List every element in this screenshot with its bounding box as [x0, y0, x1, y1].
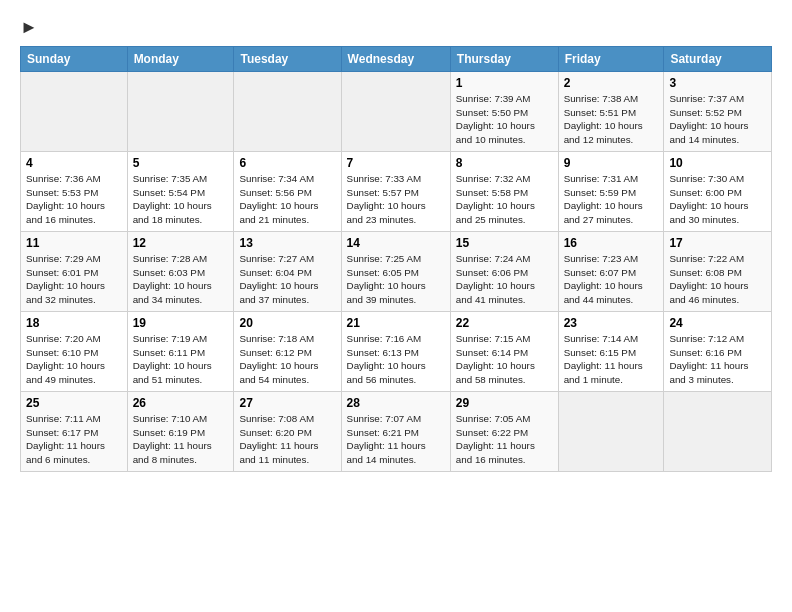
day-info: Sunrise: 7:31 AM Sunset: 5:59 PM Dayligh…: [564, 172, 659, 227]
day-cell-8: 8Sunrise: 7:32 AM Sunset: 5:58 PM Daylig…: [450, 151, 558, 231]
day-cell-6: 6Sunrise: 7:34 AM Sunset: 5:56 PM Daylig…: [234, 151, 341, 231]
day-number: 13: [239, 236, 335, 250]
day-cell-22: 22Sunrise: 7:15 AM Sunset: 6:14 PM Dayli…: [450, 311, 558, 391]
header: ►: [20, 18, 772, 38]
day-cell-20: 20Sunrise: 7:18 AM Sunset: 6:12 PM Dayli…: [234, 311, 341, 391]
day-cell-21: 21Sunrise: 7:16 AM Sunset: 6:13 PM Dayli…: [341, 311, 450, 391]
col-header-tuesday: Tuesday: [234, 46, 341, 71]
day-info: Sunrise: 7:27 AM Sunset: 6:04 PM Dayligh…: [239, 252, 335, 307]
day-info: Sunrise: 7:32 AM Sunset: 5:58 PM Dayligh…: [456, 172, 553, 227]
day-number: 4: [26, 156, 122, 170]
day-info: Sunrise: 7:36 AM Sunset: 5:53 PM Dayligh…: [26, 172, 122, 227]
day-number: 19: [133, 316, 229, 330]
day-number: 24: [669, 316, 766, 330]
col-header-saturday: Saturday: [664, 46, 772, 71]
day-cell-28: 28Sunrise: 7:07 AM Sunset: 6:21 PM Dayli…: [341, 391, 450, 471]
day-info: Sunrise: 7:07 AM Sunset: 6:21 PM Dayligh…: [347, 412, 445, 467]
day-info: Sunrise: 7:25 AM Sunset: 6:05 PM Dayligh…: [347, 252, 445, 307]
col-header-friday: Friday: [558, 46, 664, 71]
col-header-thursday: Thursday: [450, 46, 558, 71]
day-number: 6: [239, 156, 335, 170]
day-number: 9: [564, 156, 659, 170]
day-cell-11: 11Sunrise: 7:29 AM Sunset: 6:01 PM Dayli…: [21, 231, 128, 311]
day-info: Sunrise: 7:39 AM Sunset: 5:50 PM Dayligh…: [456, 92, 553, 147]
day-info: Sunrise: 7:05 AM Sunset: 6:22 PM Dayligh…: [456, 412, 553, 467]
day-info: Sunrise: 7:34 AM Sunset: 5:56 PM Dayligh…: [239, 172, 335, 227]
day-info: Sunrise: 7:29 AM Sunset: 6:01 PM Dayligh…: [26, 252, 122, 307]
day-number: 25: [26, 396, 122, 410]
day-number: 18: [26, 316, 122, 330]
day-number: 16: [564, 236, 659, 250]
day-number: 7: [347, 156, 445, 170]
day-number: 22: [456, 316, 553, 330]
day-cell-1: 1Sunrise: 7:39 AM Sunset: 5:50 PM Daylig…: [450, 71, 558, 151]
day-info: Sunrise: 7:33 AM Sunset: 5:57 PM Dayligh…: [347, 172, 445, 227]
day-number: 3: [669, 76, 766, 90]
day-number: 17: [669, 236, 766, 250]
day-number: 8: [456, 156, 553, 170]
day-info: Sunrise: 7:23 AM Sunset: 6:07 PM Dayligh…: [564, 252, 659, 307]
calendar-table: SundayMondayTuesdayWednesdayThursdayFrid…: [20, 46, 772, 472]
day-cell-9: 9Sunrise: 7:31 AM Sunset: 5:59 PM Daylig…: [558, 151, 664, 231]
day-cell-18: 18Sunrise: 7:20 AM Sunset: 6:10 PM Dayli…: [21, 311, 128, 391]
day-cell-14: 14Sunrise: 7:25 AM Sunset: 6:05 PM Dayli…: [341, 231, 450, 311]
day-cell-2: 2Sunrise: 7:38 AM Sunset: 5:51 PM Daylig…: [558, 71, 664, 151]
day-cell-24: 24Sunrise: 7:12 AM Sunset: 6:16 PM Dayli…: [664, 311, 772, 391]
day-cell-7: 7Sunrise: 7:33 AM Sunset: 5:57 PM Daylig…: [341, 151, 450, 231]
empty-cell: [127, 71, 234, 151]
day-info: Sunrise: 7:18 AM Sunset: 6:12 PM Dayligh…: [239, 332, 335, 387]
day-cell-29: 29Sunrise: 7:05 AM Sunset: 6:22 PM Dayli…: [450, 391, 558, 471]
day-number: 15: [456, 236, 553, 250]
day-info: Sunrise: 7:24 AM Sunset: 6:06 PM Dayligh…: [456, 252, 553, 307]
day-cell-25: 25Sunrise: 7:11 AM Sunset: 6:17 PM Dayli…: [21, 391, 128, 471]
day-info: Sunrise: 7:08 AM Sunset: 6:20 PM Dayligh…: [239, 412, 335, 467]
col-header-sunday: Sunday: [21, 46, 128, 71]
day-number: 2: [564, 76, 659, 90]
col-header-monday: Monday: [127, 46, 234, 71]
day-number: 10: [669, 156, 766, 170]
day-number: 28: [347, 396, 445, 410]
day-cell-5: 5Sunrise: 7:35 AM Sunset: 5:54 PM Daylig…: [127, 151, 234, 231]
day-info: Sunrise: 7:30 AM Sunset: 6:00 PM Dayligh…: [669, 172, 766, 227]
day-number: 1: [456, 76, 553, 90]
week-row-4: 18Sunrise: 7:20 AM Sunset: 6:10 PM Dayli…: [21, 311, 772, 391]
logo-icon: ►: [20, 18, 38, 38]
day-number: 11: [26, 236, 122, 250]
day-info: Sunrise: 7:19 AM Sunset: 6:11 PM Dayligh…: [133, 332, 229, 387]
week-row-5: 25Sunrise: 7:11 AM Sunset: 6:17 PM Dayli…: [21, 391, 772, 471]
empty-cell: [21, 71, 128, 151]
day-cell-23: 23Sunrise: 7:14 AM Sunset: 6:15 PM Dayli…: [558, 311, 664, 391]
day-info: Sunrise: 7:14 AM Sunset: 6:15 PM Dayligh…: [564, 332, 659, 387]
week-row-2: 4Sunrise: 7:36 AM Sunset: 5:53 PM Daylig…: [21, 151, 772, 231]
week-row-1: 1Sunrise: 7:39 AM Sunset: 5:50 PM Daylig…: [21, 71, 772, 151]
day-number: 20: [239, 316, 335, 330]
day-info: Sunrise: 7:10 AM Sunset: 6:19 PM Dayligh…: [133, 412, 229, 467]
day-info: Sunrise: 7:35 AM Sunset: 5:54 PM Dayligh…: [133, 172, 229, 227]
day-number: 14: [347, 236, 445, 250]
day-info: Sunrise: 7:12 AM Sunset: 6:16 PM Dayligh…: [669, 332, 766, 387]
day-info: Sunrise: 7:16 AM Sunset: 6:13 PM Dayligh…: [347, 332, 445, 387]
day-cell-12: 12Sunrise: 7:28 AM Sunset: 6:03 PM Dayli…: [127, 231, 234, 311]
week-row-3: 11Sunrise: 7:29 AM Sunset: 6:01 PM Dayli…: [21, 231, 772, 311]
day-cell-15: 15Sunrise: 7:24 AM Sunset: 6:06 PM Dayli…: [450, 231, 558, 311]
day-number: 26: [133, 396, 229, 410]
day-cell-27: 27Sunrise: 7:08 AM Sunset: 6:20 PM Dayli…: [234, 391, 341, 471]
day-cell-17: 17Sunrise: 7:22 AM Sunset: 6:08 PM Dayli…: [664, 231, 772, 311]
day-info: Sunrise: 7:20 AM Sunset: 6:10 PM Dayligh…: [26, 332, 122, 387]
empty-cell: [664, 391, 772, 471]
day-info: Sunrise: 7:28 AM Sunset: 6:03 PM Dayligh…: [133, 252, 229, 307]
empty-cell: [234, 71, 341, 151]
logo: ►: [20, 18, 38, 38]
day-number: 5: [133, 156, 229, 170]
day-info: Sunrise: 7:11 AM Sunset: 6:17 PM Dayligh…: [26, 412, 122, 467]
empty-cell: [341, 71, 450, 151]
day-cell-26: 26Sunrise: 7:10 AM Sunset: 6:19 PM Dayli…: [127, 391, 234, 471]
logo-text: ►: [20, 18, 38, 38]
day-cell-3: 3Sunrise: 7:37 AM Sunset: 5:52 PM Daylig…: [664, 71, 772, 151]
day-cell-19: 19Sunrise: 7:19 AM Sunset: 6:11 PM Dayli…: [127, 311, 234, 391]
day-number: 29: [456, 396, 553, 410]
day-cell-4: 4Sunrise: 7:36 AM Sunset: 5:53 PM Daylig…: [21, 151, 128, 231]
col-header-wednesday: Wednesday: [341, 46, 450, 71]
day-number: 12: [133, 236, 229, 250]
day-number: 27: [239, 396, 335, 410]
